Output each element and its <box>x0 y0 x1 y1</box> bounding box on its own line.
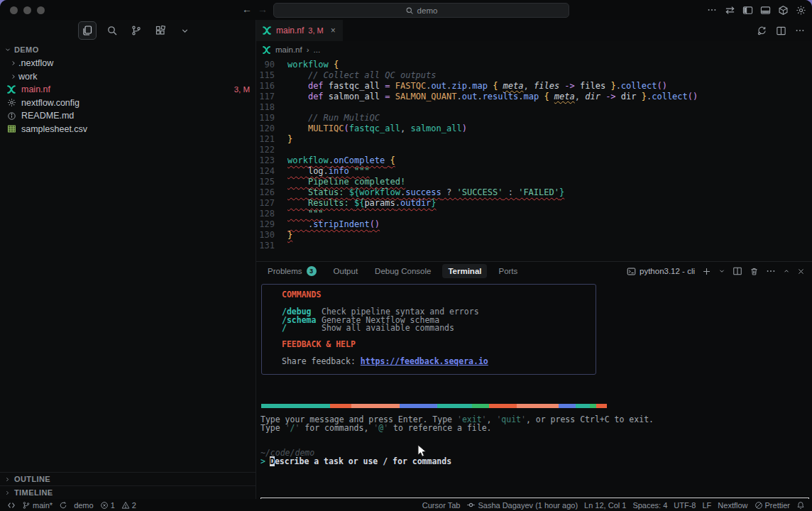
navigate-back-button[interactable]: ← <box>242 4 252 15</box>
terminal-dropdown-chevron-icon[interactable] <box>718 268 725 275</box>
code-line-127[interactable]: 127 Results: ${params.outdir} <box>256 198 812 209</box>
status-item-nextflow[interactable]: Nextflow <box>718 501 747 510</box>
extensions-activity-button[interactable] <box>152 22 169 39</box>
status-item-ln-12-col-1[interactable]: Ln 12, Col 1 <box>584 501 626 510</box>
code-line-121[interactable]: 121} <box>256 134 812 145</box>
code-line-125[interactable]: 125 Pipeline completed! <box>256 177 812 187</box>
code-line-120[interactable]: 120 MULTIQC(fastqc_all, salmon_all) <box>256 123 812 134</box>
sidebar-bottom-sections: OUTLINE TIMELINE <box>0 472 256 499</box>
explorer-section-header[interactable]: DEMO <box>0 41 256 57</box>
split-editor-icon[interactable] <box>776 26 786 36</box>
chevron-right-icon <box>10 60 18 67</box>
breadcrumb[interactable]: main.nf › ... <box>256 41 812 58</box>
close-tab-icon[interactable]: × <box>331 26 336 35</box>
status-item-utf-8[interactable]: UTF-8 <box>674 501 696 510</box>
nextflow-icon <box>262 26 272 35</box>
kill-terminal-trash-icon[interactable] <box>750 267 759 276</box>
code-line-118[interactable]: 118 <box>256 102 812 113</box>
panel-tab-terminal[interactable]: Terminal <box>442 264 487 278</box>
code-line-126[interactable]: 126 Status: ${workflow.success ? 'SUCCES… <box>256 187 812 198</box>
file-item-label: nextflow.config <box>21 98 79 108</box>
line-content: MULTIQC(fastqc_all, salmon_all) <box>275 123 467 134</box>
close-window-button[interactable] <box>10 6 18 14</box>
code-line-131[interactable]: 131 <box>256 241 812 251</box>
command-name: / <box>282 324 322 333</box>
code-editor[interactable]: 90workflow {115 // Collect all QC output… <box>256 60 812 261</box>
close-panel-icon[interactable] <box>797 268 805 275</box>
panel-tab-ports[interactable]: Ports <box>493 264 523 278</box>
file-item-main-nf[interactable]: main.nf3, M <box>0 83 256 97</box>
csv-icon <box>6 124 17 133</box>
line-number: 120 <box>256 123 275 134</box>
feedback-link[interactable]: https://feedback.seqera.io <box>361 356 488 366</box>
status-item-remote[interactable] <box>7 501 16 510</box>
maximize-panel-chevron-icon[interactable] <box>783 268 790 275</box>
timeline-section-header[interactable]: TIMELINE <box>0 485 256 499</box>
line-content: workflow.onComplete { <box>275 155 395 166</box>
terminal-prompt[interactable]: >Describe a task or use / for commands <box>260 458 451 466</box>
panel-tab-output[interactable]: Output <box>328 264 364 278</box>
status-item-lf[interactable]: LF <box>703 501 712 510</box>
file-item-readme-md[interactable]: README.md <box>0 109 256 123</box>
code-line-129[interactable]: 129 .stripIndent() <box>256 219 812 230</box>
source-control-activity-button[interactable] <box>128 22 145 39</box>
more-actions-icon[interactable] <box>706 4 718 16</box>
toggle-sidebar-icon[interactable] <box>742 4 753 16</box>
editor-area: main.nf 3, M × main.nf › ... 90workflow … <box>256 20 812 261</box>
explorer-header-label: DEMO <box>14 45 39 54</box>
code-line-122[interactable]: 122 <box>256 145 812 155</box>
search-activity-button[interactable] <box>104 22 121 39</box>
explorer-activity-button[interactable] <box>78 21 97 40</box>
command-center-search[interactable]: demo <box>273 3 569 18</box>
settings-gear-icon[interactable] <box>795 4 806 16</box>
status-item-label: Sasha Dagayev (1 hour ago) <box>478 501 578 510</box>
code-line-128[interactable]: 128 """ <box>256 209 812 219</box>
status-item-label: UTF-8 <box>674 501 696 510</box>
run-pipeline-icon[interactable] <box>757 26 767 36</box>
line-content <box>275 102 287 113</box>
terminal-profile-select[interactable]: python3.12 - cli <box>627 267 695 276</box>
status-item-spaces-4[interactable]: Spaces: 4 <box>632 501 667 510</box>
status-item-main-[interactable]: main* <box>22 501 53 510</box>
status-item-1[interactable]: 1 <box>100 501 115 510</box>
split-terminal-icon[interactable] <box>733 266 742 276</box>
code-line-116[interactable]: 116 def fastqc_all = FASTQC.out.zip.map … <box>256 81 812 92</box>
cube-icon[interactable] <box>777 4 789 16</box>
new-terminal-icon[interactable] <box>702 267 711 276</box>
status-item-demo[interactable]: demo <box>74 501 94 510</box>
status-item-sync[interactable] <box>59 501 67 510</box>
file-item-samplesheet-csv[interactable]: samplesheet.csv <box>0 123 256 136</box>
warning-triangle-icon <box>121 501 130 510</box>
status-item-bell[interactable] <box>796 501 805 510</box>
swap-arrows-icon[interactable] <box>724 4 735 16</box>
toggle-panel-icon[interactable] <box>759 4 771 16</box>
code-line-117[interactable]: 117 def salmon_all = SALMON_QUANT.out.re… <box>256 92 812 102</box>
panel-tab-debug-console[interactable]: Debug Console <box>369 264 437 278</box>
problems-count-badge: 3 <box>307 266 317 276</box>
code-line-119[interactable]: 119 // Run MultiQC <box>256 113 812 123</box>
terminal-viewport[interactable]: COMMANDS /debugCheck pipeline syntax and… <box>260 282 812 499</box>
status-item-label: Nextflow <box>718 501 747 510</box>
code-line-115[interactable]: 115 // Collect all QC outputs <box>256 70 812 81</box>
code-line-130[interactable]: 130} <box>256 230 812 241</box>
maximize-window-button[interactable] <box>37 6 45 14</box>
status-item-sasha-dagayev-1-hour[interactable]: Sasha Dagayev (1 hour ago) <box>466 500 578 510</box>
tab-main-nf[interactable]: main.nf 3, M × <box>256 20 343 41</box>
line-content: // Collect all QC outputs <box>275 70 437 81</box>
outline-section-header[interactable]: OUTLINE <box>0 472 256 485</box>
file-item-work[interactable]: work <box>0 70 256 84</box>
navigate-forward-button[interactable]: → <box>258 4 268 15</box>
more-actions-icon[interactable] <box>766 266 776 276</box>
minimize-window-button[interactable] <box>23 6 31 14</box>
status-item-cursor-tab[interactable]: Cursor Tab <box>422 501 461 510</box>
code-line-123[interactable]: 123workflow.onComplete { <box>256 155 812 166</box>
panel-tab-problems[interactable]: Problems3 <box>262 264 322 278</box>
file-item-nextflow-config[interactable]: nextflow.config <box>0 97 256 110</box>
status-item-2[interactable]: 2 <box>121 501 136 510</box>
code-line-124[interactable]: 124 log.info """ <box>256 166 812 177</box>
more-views-chevron-icon[interactable] <box>176 22 193 39</box>
line-content: Results: ${params.outdir} <box>275 198 437 209</box>
status-item-prettier[interactable]: Prettier <box>755 501 790 510</box>
file-item--nextflow[interactable]: .nextflow <box>0 57 256 70</box>
code-line-90[interactable]: 90workflow { <box>256 60 812 70</box>
